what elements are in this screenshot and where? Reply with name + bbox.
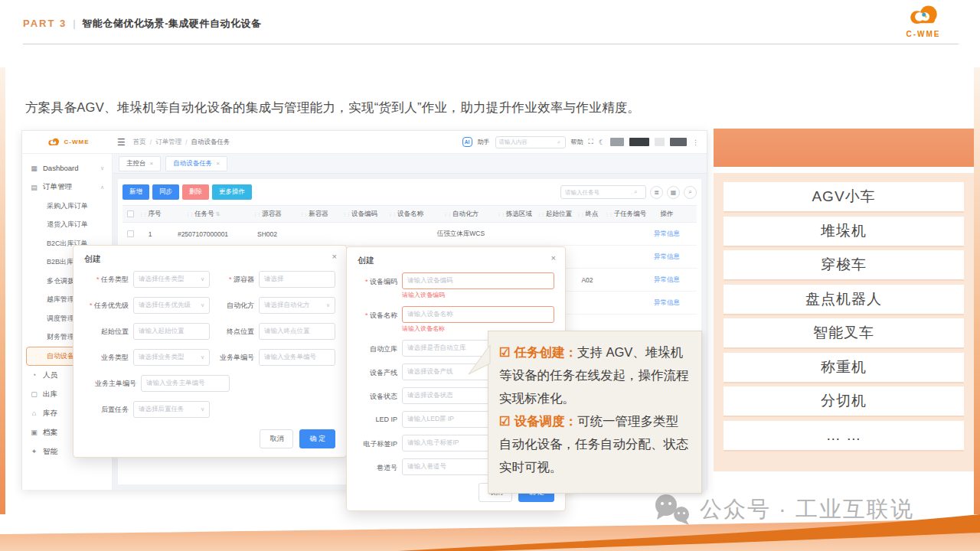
col-seq[interactable]: 序号 (138, 210, 162, 219)
col-new-container[interactable]: 新容器 (291, 210, 337, 219)
cancel-button[interactable]: 取消 (260, 429, 293, 448)
device-item-counting-robot: 盘点机器人 (724, 285, 964, 315)
breadcrumb-separator: / (150, 139, 152, 146)
part-label: PART 3 (23, 18, 67, 29)
chevron-down-icon: ∨ (201, 354, 204, 360)
chevron-down-icon: ∨ (100, 165, 104, 171)
post-task-select[interactable]: 请选择后置任务∨ (133, 401, 210, 418)
col-pick-area[interactable]: 拣选区域 (493, 210, 536, 219)
kebab-menu-icon[interactable]: ⋮ (692, 139, 699, 146)
redacted-user-block (629, 138, 649, 146)
field-label: 源容器 (210, 275, 259, 285)
hamburger-icon[interactable]: ☰ (117, 137, 126, 148)
help-link[interactable]: 帮助 (571, 138, 583, 146)
confirm-button[interactable]: 确 定 (299, 429, 335, 448)
placeholder: 请选择任务类型 (139, 275, 201, 284)
device-item-more: … … (724, 421, 964, 452)
placeholder: 请输入设备编码 (407, 276, 549, 285)
field-label: 巷道号 (358, 463, 402, 473)
device-list-panel: AGV小车 堆垛机 穿梭车 盘点机器人 智能叉车 称重机 分切机 … … (714, 173, 974, 471)
device-name-input[interactable]: 请输入设备名称 (402, 306, 554, 323)
slide-title: 智能仓储优化场景-集成硬件自动化设备 (82, 18, 261, 29)
add-button[interactable]: 新增 (122, 184, 149, 200)
sort-icon[interactable]: ⇅ (216, 211, 220, 217)
col-device-name[interactable]: 设备名称 (383, 210, 429, 219)
col-source[interactable]: 源容器 (243, 210, 291, 219)
exception-info-link[interactable]: 异常信息 (649, 276, 684, 285)
sync-button[interactable]: 同步 (152, 184, 179, 200)
sidebar-item-return-inbound[interactable]: 退货入库订单 (22, 216, 112, 235)
end-position-input[interactable]: 请输入终点位置 (259, 323, 335, 340)
field-label: 设备编码 (358, 277, 402, 287)
density-icon[interactable]: ≣ (650, 186, 663, 199)
col-end[interactable]: 终点 (573, 210, 602, 219)
field-label: 设备产线 (358, 368, 402, 378)
validation-error: 请输入设备编码 (402, 291, 554, 299)
right-edge-gradient (974, 67, 980, 514)
watermark: 公众号 · 工业互联说 (652, 494, 914, 526)
app-navbar: C-WME ☰ 首页/ 订单管理/ 自动设备任务 AI 助手 ⌕ 帮助 ⛶ ☾ … (22, 131, 707, 154)
company-logo: C-WME (894, 4, 952, 38)
sidebar-label: 智能 (43, 447, 57, 457)
biz-main-no-input[interactable]: 请输入业务主单编号 (141, 375, 230, 392)
navbar-right: AI 助手 ⌕ 帮助 ⛶ ☾ ⋮ (462, 136, 707, 148)
col-automation[interactable]: 自动化方 (429, 210, 493, 219)
search-icon[interactable]: ⌕ (634, 188, 637, 196)
delete-button[interactable]: 删除 (182, 184, 209, 200)
exception-info-link[interactable]: 异常信息 (649, 230, 684, 239)
zoom-icon[interactable]: ⌕ (684, 186, 697, 199)
automation-select[interactable]: 请选择自动化方∨ (259, 297, 335, 314)
breadcrumb-orders[interactable]: 订单管理 (155, 138, 181, 147)
col-actions: 操作 (649, 210, 684, 219)
field-label: LED IP (358, 416, 402, 423)
placeholder: 请选择后置任务 (139, 405, 201, 414)
tab-console[interactable]: 主控台× (119, 156, 161, 171)
select-all-checkbox[interactable] (127, 210, 134, 217)
priority-select[interactable]: 请选择任务优先级∨ (133, 297, 210, 314)
task-search-input[interactable] (565, 189, 634, 196)
sidebar-label: Dashboard (43, 164, 78, 172)
app-brand-text: C-WME (64, 139, 90, 145)
col-task-no[interactable]: 任务号⇅ (162, 210, 243, 219)
biz-no-input[interactable]: 请输入业务单编号 (259, 349, 335, 366)
cell-automation: 伍强立体库WCS (429, 230, 493, 239)
sidebar-item-dashboard[interactable]: ▦ Dashboard ∨ (22, 158, 112, 178)
device-code-input[interactable]: 请输入设备编码 (402, 272, 554, 289)
biz-type-select[interactable]: 请选择业务类型∨ (133, 349, 210, 366)
global-search-input[interactable] (499, 139, 557, 145)
cell-seq: 1 (138, 230, 162, 238)
ai-icon[interactable]: AI (462, 137, 472, 147)
device-item-agv: AGV小车 (724, 182, 964, 213)
columns-icon[interactable]: ▦ (667, 186, 680, 199)
close-icon[interactable]: × (332, 252, 337, 261)
tab-auto-device-task[interactable]: 自动设备任务× (165, 156, 227, 171)
search-icon[interactable]: ⌕ (557, 139, 560, 146)
close-icon[interactable]: × (216, 160, 220, 167)
field-label: 起始位置 (84, 327, 133, 337)
intro-text: 方案具备AGV、堆垛机等自动化设备的集成与管理能力，实现“货到人”作业，助力提升… (25, 99, 640, 116)
outbound-icon: ▢ (30, 390, 38, 398)
device-item-forklift: 智能叉车 (724, 318, 964, 349)
theme-icon[interactable]: ☾ (599, 139, 605, 146)
col-subtask[interactable]: 子任务编号 (602, 210, 649, 219)
ai-assistant-label[interactable]: 助手 (478, 138, 490, 146)
person-icon: ◔ (30, 371, 38, 379)
start-position-input[interactable]: 请输入起始位置 (133, 323, 210, 340)
sidebar-item-order-mgmt[interactable]: ▤ 订单管理 ∧ (22, 178, 112, 197)
task-type-select[interactable]: 请选择任务类型∨ (133, 271, 210, 288)
col-device-code[interactable]: 设备编码 (337, 210, 383, 219)
fullscreen-icon[interactable]: ⛶ (589, 138, 593, 146)
breadcrumb-home[interactable]: 首页 (133, 138, 146, 147)
row-checkbox[interactable] (127, 230, 134, 237)
exception-info-link[interactable]: 异常信息 (649, 298, 684, 308)
placeholder: 请选择业务类型 (139, 353, 201, 362)
col-start[interactable]: 起始位置 (536, 210, 573, 219)
source-container-input[interactable]: 请选择 (259, 271, 335, 288)
sidebar-item-purchase-inbound[interactable]: 采购入库订单 (22, 197, 112, 216)
chevron-down-icon: ∨ (201, 302, 204, 308)
more-actions-button[interactable]: 更多操作 (212, 184, 252, 200)
close-icon[interactable]: × (150, 160, 154, 167)
tab-label: 自动设备任务 (173, 159, 212, 168)
close-icon[interactable]: × (551, 253, 556, 262)
exception-info-link[interactable]: 异常信息 (649, 253, 684, 262)
